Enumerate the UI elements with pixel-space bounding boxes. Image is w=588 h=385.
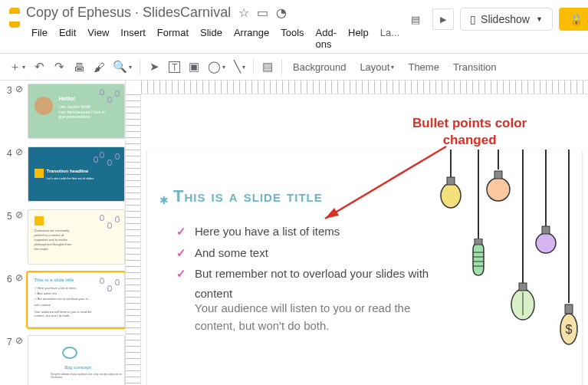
slides-logo[interactable] xyxy=(9,8,20,28)
annotation-text: Bullet points color changed xyxy=(412,115,527,149)
title-accent-icon: ✱ xyxy=(159,194,169,206)
menu-help[interactable]: Help xyxy=(343,24,374,53)
app-header: Copy of Ephesus · SlidesCarnival ☆ ▭ ◔ F… xyxy=(0,0,588,53)
new-slide-button[interactable]: ＋▾ xyxy=(6,57,28,77)
paint-format-button[interactable]: 🖌 xyxy=(90,57,108,77)
bullet-list[interactable]: Here you have a list of items And some t… xyxy=(195,222,440,304)
shape-tool[interactable]: ◯▾ xyxy=(205,57,228,77)
thumb-3[interactable]: 3 ⊘ Hello! I am Jayden Smith I am here b… xyxy=(5,84,125,139)
thumb-number: 6 xyxy=(5,272,12,285)
svg-point-5 xyxy=(487,178,510,201)
separator xyxy=(253,59,254,74)
move-icon[interactable]: ▭ xyxy=(257,5,268,20)
thumb-text: Bring the attention of your audience ove… xyxy=(51,373,124,379)
title-and-menu: Copy of Ephesus · SlidesCarnival ☆ ▭ ◔ F… xyxy=(26,5,405,53)
horizontal-ruler[interactable] xyxy=(141,81,588,94)
zoom-button[interactable]: 🔍▾ xyxy=(110,57,135,77)
svg-rect-4 xyxy=(475,239,482,245)
thumb-slide[interactable]: Big concept Bring the attention of your … xyxy=(28,335,125,385)
skip-slide-icon: ⊘ xyxy=(15,335,25,346)
present-mini-icon[interactable]: ▶ xyxy=(432,8,454,30)
comment-tool[interactable]: ▤ xyxy=(258,57,277,77)
thumb-text: Big concept xyxy=(65,365,91,370)
svg-point-12 xyxy=(560,314,577,344)
document-title[interactable]: Copy of Ephesus · SlidesCarnival xyxy=(26,5,231,21)
layout-button[interactable]: Layout▾ xyxy=(353,57,400,77)
share-button[interactable]: 🔒 Share xyxy=(559,8,588,31)
menu-addons[interactable]: Add-ons xyxy=(310,24,342,53)
svg-text:$: $ xyxy=(566,323,573,336)
bullet-item[interactable]: And some text xyxy=(195,243,440,263)
menu-insert[interactable]: Insert xyxy=(115,24,151,53)
transition-button[interactable]: Transition xyxy=(447,57,503,77)
background-button[interactable]: Background xyxy=(287,57,352,77)
undo-button[interactable]: ↶ xyxy=(30,57,48,77)
slideshow-icon: ▯ xyxy=(470,13,476,25)
redo-button[interactable]: ↷ xyxy=(50,57,68,77)
textbox-tool[interactable]: 🅃 xyxy=(165,57,183,77)
svg-rect-8 xyxy=(519,283,527,291)
thumb-slide[interactable]: Quotations are commonly printed as a mea… xyxy=(28,209,125,265)
svg-point-7 xyxy=(511,289,534,320)
svg-rect-6 xyxy=(494,171,502,179)
thumb-slide[interactable]: Hello! I am Jayden Smith I am here becau… xyxy=(28,84,125,139)
skip-slide-icon: ⊘ xyxy=(15,146,25,157)
thumb-text: Quotations are commonly printed as a mea… xyxy=(34,229,72,252)
lock-icon: 🔒 xyxy=(570,13,583,25)
lightbulb-decoration: $ xyxy=(429,150,582,385)
thumb-text: ✓ Here you have a list of items ✓ And so… xyxy=(34,285,90,308)
menu-file[interactable]: File xyxy=(26,24,53,53)
svg-rect-14 xyxy=(565,304,573,314)
workspace: 3 ⊘ Hello! I am Jayden Smith I am here b… xyxy=(0,81,588,385)
comments-icon[interactable]: ▤ xyxy=(405,8,426,30)
bullet-item[interactable]: But remember not to overload your slides… xyxy=(195,264,440,303)
svg-point-10 xyxy=(536,233,556,253)
print-button[interactable]: 🖶 xyxy=(70,57,88,77)
slideshow-label: Slideshow xyxy=(481,13,530,25)
menu-bar: File Edit View Insert Format Slide Arran… xyxy=(26,24,405,53)
svg-rect-11 xyxy=(542,226,550,234)
menu-slide[interactable]: Slide xyxy=(195,24,228,53)
cloud-status-icon[interactable]: ◔ xyxy=(276,5,287,20)
thumb-4[interactable]: 4 ⊘ Transition headline Let's start with… xyxy=(5,146,125,202)
menu-format[interactable]: Format xyxy=(152,24,194,53)
star-icon[interactable]: ☆ xyxy=(238,5,249,20)
thumb-slide-selected[interactable]: This is a slide title ✓ Here you have a … xyxy=(28,272,125,327)
thumb-number: 5 xyxy=(5,209,12,222)
slide-stage[interactable]: ✱ This is a slide title Here you have a … xyxy=(147,150,582,385)
chevron-down-icon: ▾ xyxy=(391,64,394,71)
image-tool[interactable]: ▣ xyxy=(185,57,203,77)
thumb-text: This is a slide title xyxy=(34,278,74,282)
bullet-item[interactable]: Here you have a list of items xyxy=(195,222,440,242)
menu-arrange[interactable]: Arrange xyxy=(228,24,274,53)
slideshow-button[interactable]: ▯ Slideshow ▼ xyxy=(460,8,553,31)
menu-tools[interactable]: Tools xyxy=(275,24,309,53)
thumb-5[interactable]: 5 ⊘ Quotations are commonly printed as a… xyxy=(5,209,125,265)
chevron-down-icon: ▼ xyxy=(536,15,543,23)
thumb-text: Transition headline xyxy=(47,169,89,173)
menu-view[interactable]: View xyxy=(82,24,114,53)
vertical-ruler[interactable] xyxy=(126,94,141,385)
menu-edit[interactable]: Edit xyxy=(54,24,81,53)
slide-canvas-area: Bullet points color changed ✱ This is a … xyxy=(126,81,588,385)
thumb-6[interactable]: 6 ⊘ This is a slide title ✓ Here you hav… xyxy=(5,272,125,327)
slide-title[interactable]: This is a slide title xyxy=(173,186,323,206)
thumbnail-panel: 3 ⊘ Hello! I am Jayden Smith I am here b… xyxy=(0,81,126,385)
thumb-7[interactable]: 7 ⊘ Big concept Bring the attention of y… xyxy=(5,335,125,385)
toolbar: ＋▾ ↶ ↷ 🖶 🖌 🔍▾ ➤ 🅃 ▣ ◯▾ ╲▾ ▤ Background L… xyxy=(0,53,588,81)
separator xyxy=(281,59,282,74)
thumb-text: I am Jayden Smith I am here because I lo… xyxy=(59,104,105,120)
menu-last-edit[interactable]: La... xyxy=(375,24,405,53)
skip-slide-icon: ⊘ xyxy=(15,272,25,283)
line-tool[interactable]: ╲▾ xyxy=(230,57,248,77)
closing-text[interactable]: Your audience will listen to you or read… xyxy=(195,300,448,334)
skip-slide-icon: ⊘ xyxy=(15,84,25,94)
select-tool[interactable]: ➤ xyxy=(145,57,163,77)
thumb-text: Your audience will listen to you or read… xyxy=(34,310,92,318)
theme-button[interactable]: Theme xyxy=(402,57,445,77)
header-right: ▤ ▶ ▯ Slideshow ▼ 🔒 Share xyxy=(405,5,588,31)
thumb-number: 3 xyxy=(5,84,12,96)
thumb-number: 7 xyxy=(5,335,12,347)
thumb-slide[interactable]: Transition headline Let's start with the… xyxy=(28,146,125,202)
thumb-text: Let's start with the first set of slides xyxy=(47,176,94,180)
